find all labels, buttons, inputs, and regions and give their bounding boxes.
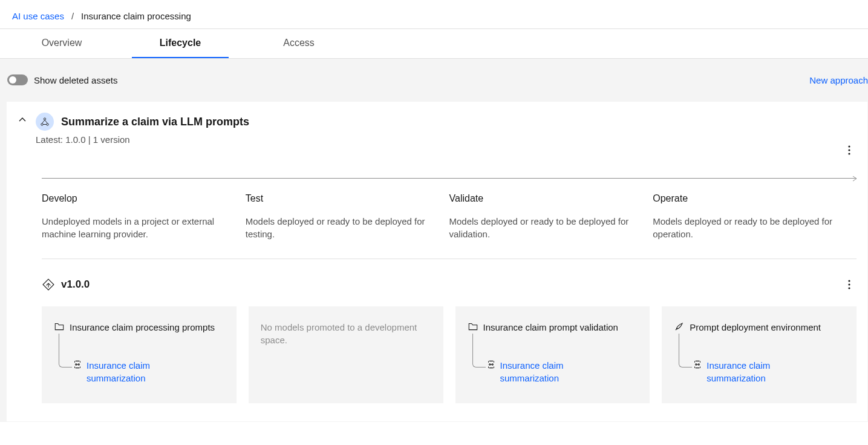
- new-approach-link[interactable]: New approach: [809, 75, 868, 85]
- svg-point-13: [848, 287, 850, 289]
- card-develop-link[interactable]: Insurance claim summarization: [86, 359, 183, 384]
- svg-point-1: [41, 124, 43, 125]
- card-operate-folder: Prompt deployment environment: [690, 321, 844, 334]
- folder-icon: [468, 321, 478, 332]
- tree-connector: [679, 334, 692, 368]
- svg-point-18: [492, 364, 493, 365]
- svg-point-11: [848, 280, 850, 282]
- prompt-icon: [692, 359, 703, 370]
- approach-body: Develop Undeployed models in a project o…: [42, 178, 857, 403]
- version-overflow-menu[interactable]: [842, 277, 857, 292]
- toggle-switch[interactable]: [7, 74, 28, 85]
- svg-point-20: [696, 364, 697, 365]
- prompt-icon: [486, 359, 497, 370]
- card-develop-folder: Insurance claim processing prompts: [70, 321, 224, 334]
- stage-operate-desc: Models deployed or ready to be deployed …: [653, 215, 844, 240]
- folder-icon: [54, 321, 65, 332]
- breadcrumb-current: Insurance claim processing: [81, 11, 191, 21]
- breadcrumb-root-link[interactable]: AI use cases: [12, 11, 64, 21]
- svg-point-17: [489, 364, 490, 365]
- svg-point-14: [76, 364, 77, 365]
- approach-meta: Latest: 1.0.0 | 1 version: [36, 134, 249, 145]
- approach-card: Summarize a claim via LLM prompts Latest…: [6, 101, 868, 422]
- stage-cards: Insurance claim processing prompts I: [42, 306, 857, 403]
- svg-point-6: [848, 145, 850, 147]
- stage-flow-arrow: [42, 178, 857, 179]
- svg-point-15: [78, 364, 79, 365]
- approach-icon: [36, 113, 54, 131]
- toolbar: Show deleted assets New approach: [0, 59, 868, 101]
- stage-operate-title: Operate: [653, 193, 844, 204]
- stage-test: Test Models deployed or ready to be depl…: [246, 193, 449, 240]
- stage-validate: Validate Models deployed or ready to be …: [449, 193, 653, 240]
- stage-validate-desc: Models deployed or ready to be deployed …: [449, 215, 641, 240]
- stage-develop: Develop Undeployed models in a project o…: [42, 193, 246, 240]
- card-validate-link[interactable]: Insurance claim summarization: [500, 359, 597, 384]
- card-operate: Prompt deployment environment Insura: [662, 306, 857, 403]
- approach-title: Summarize a claim via LLM prompts: [61, 116, 249, 128]
- card-operate-link[interactable]: Insurance claim summarization: [706, 359, 803, 384]
- stage-develop-title: Develop: [42, 193, 233, 204]
- rocket-icon: [674, 321, 685, 332]
- stage-validate-title: Validate: [449, 193, 641, 204]
- tree-connector: [472, 334, 486, 368]
- card-develop: Insurance claim processing prompts I: [42, 306, 237, 403]
- card-validate-folder: Insurance claim prompt validation: [483, 321, 638, 334]
- svg-point-12: [848, 283, 850, 285]
- breadcrumb-separator: /: [71, 11, 74, 21]
- toggle-deleted-assets[interactable]: Show deleted assets: [7, 74, 117, 85]
- version-row: v1.0.0: [42, 277, 857, 292]
- svg-line-4: [45, 120, 48, 124]
- toggle-label: Show deleted assets: [34, 75, 117, 85]
- approach-header: Summarize a claim via LLM prompts Latest…: [18, 113, 249, 145]
- breadcrumb: AI use cases / Insurance claim processin…: [0, 0, 868, 29]
- stage-develop-desc: Undeployed models in a project or extern…: [42, 215, 233, 240]
- lifecycle-area: Show deleted assets New approach: [0, 59, 868, 422]
- version-label: v1.0.0: [61, 279, 90, 291]
- svg-point-0: [44, 118, 45, 120]
- tab-access[interactable]: Access: [250, 29, 347, 58]
- stage-test-title: Test: [246, 193, 437, 204]
- card-validate: Insurance claim prompt validation In: [455, 306, 650, 403]
- card-test: No models promoted to a development spac…: [249, 306, 443, 403]
- svg-line-3: [42, 120, 45, 124]
- tree-connector: [59, 334, 72, 368]
- approach-overflow-menu[interactable]: [842, 143, 857, 157]
- stage-operate: Operate Models deployed or ready to be d…: [653, 193, 857, 240]
- tabs: Overview Lifecycle Access: [0, 29, 868, 59]
- tab-lifecycle[interactable]: Lifecycle: [132, 29, 229, 58]
- version-icon: [42, 278, 55, 291]
- svg-point-7: [848, 149, 850, 151]
- svg-point-21: [698, 364, 699, 365]
- svg-point-8: [848, 153, 850, 154]
- prompt-icon: [72, 359, 83, 370]
- card-test-empty: No models promoted to a development spac…: [261, 322, 417, 345]
- stage-test-desc: Models deployed or ready to be deployed …: [246, 215, 437, 240]
- svg-point-2: [47, 124, 48, 125]
- stages-row: Develop Undeployed models in a project o…: [42, 193, 857, 259]
- chevron-up-icon[interactable]: [18, 115, 27, 125]
- tab-overview[interactable]: Overview: [13, 29, 110, 58]
